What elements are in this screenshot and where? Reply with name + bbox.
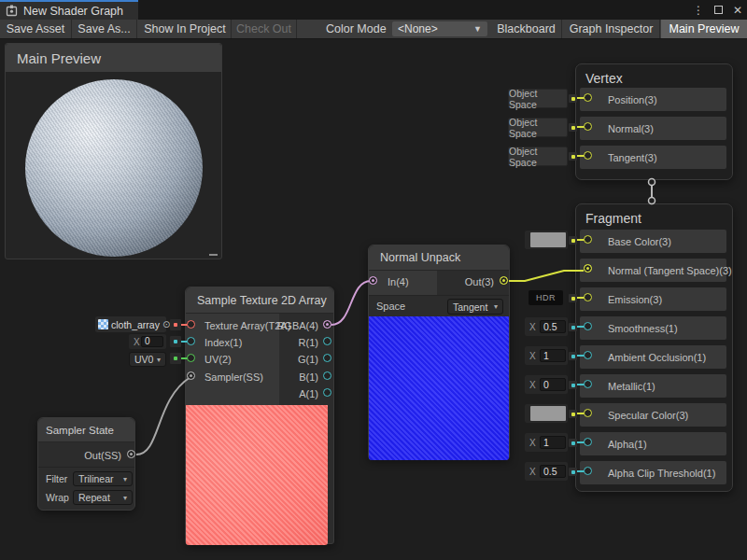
tab-title: New Shader Graph xyxy=(23,5,123,18)
output-label-out-ss: Out(SS) xyxy=(84,450,121,461)
specular-color-field[interactable] xyxy=(525,404,568,423)
specular-connector xyxy=(569,410,577,418)
base-color-connector xyxy=(569,236,577,245)
port-label: Tangent(3) xyxy=(608,152,657,163)
index-field[interactable]: X 0 xyxy=(129,334,166,349)
port-sampler-in[interactable] xyxy=(187,371,195,380)
port-normal-tangent-space[interactable] xyxy=(584,264,592,273)
shader-graph-icon xyxy=(6,5,18,17)
port-texture-array[interactable] xyxy=(187,320,195,329)
space-dropdown[interactable]: Tangent▾ xyxy=(447,299,503,315)
port-alpha[interactable] xyxy=(584,438,592,446)
port-a[interactable] xyxy=(323,388,331,397)
port-g[interactable] xyxy=(323,354,331,362)
fragment-row-normal: Normal (Tangent Space)(3) xyxy=(580,259,726,282)
output-label-r: R(1) xyxy=(299,337,318,348)
save-as-button[interactable]: Save As... xyxy=(72,20,137,38)
chevron-down-icon: ▼ xyxy=(473,24,482,34)
fragment-row-alpha-clip: Alpha Clip Threshold(1) xyxy=(580,461,726,484)
emission-connector xyxy=(569,294,577,302)
main-preview-panel[interactable]: Main Preview xyxy=(5,43,222,259)
port-ambient-occlusion[interactable] xyxy=(584,351,592,359)
uv-channel-dropdown[interactable]: UV0▾ xyxy=(129,352,166,367)
port-position[interactable] xyxy=(584,93,592,102)
emission-hdr-field[interactable]: HDR xyxy=(529,290,563,305)
resize-handle[interactable] xyxy=(209,254,218,256)
wrap-dropdown[interactable]: Repeat▾ xyxy=(73,490,133,505)
main-preview-header[interactable]: Main Preview xyxy=(6,44,221,72)
show-in-project-button[interactable]: Show In Project xyxy=(139,20,232,38)
port-rgba[interactable] xyxy=(323,320,331,329)
color-mode-dropdown[interactable]: <None> ▼ xyxy=(392,21,487,36)
ambient-occlusion-field[interactable]: X1 xyxy=(525,346,568,365)
port-uv[interactable] xyxy=(187,354,195,362)
port-smoothness[interactable] xyxy=(584,322,592,330)
fragment-row-metallic: Metallic(1) xyxy=(580,374,726,398)
sampler-state-title[interactable]: Sampler State xyxy=(38,418,134,442)
blackboard-toggle[interactable]: Blackboard xyxy=(491,20,562,38)
window-menu-icon[interactable]: ⋮ xyxy=(693,4,704,17)
port-tangent[interactable] xyxy=(584,151,592,160)
smoothness-connector xyxy=(569,323,577,331)
main-preview-toggle[interactable]: Main Preview xyxy=(661,20,747,38)
input-label-sampler: Sampler(SS) xyxy=(204,371,263,383)
graph-inspector-toggle[interactable]: Graph Inspector xyxy=(563,20,660,38)
base-color-field[interactable] xyxy=(525,231,568,249)
port-r[interactable] xyxy=(323,337,331,345)
metallic-connector xyxy=(569,381,577,389)
smoothness-field[interactable]: X0.5 xyxy=(525,317,568,336)
vertex-node[interactable]: Vertex Position(3) Normal(3) Tangent(3) xyxy=(575,63,733,180)
tab-shader-graph[interactable]: New Shader Graph xyxy=(0,0,138,20)
alpha-field[interactable]: X1 xyxy=(525,433,568,452)
fragment-node[interactable]: Fragment Base Color(3) Normal (Tangent S… xyxy=(575,203,733,492)
specular-color-swatch[interactable] xyxy=(530,406,566,421)
port-specular-color[interactable] xyxy=(584,409,592,417)
maximize-icon[interactable] xyxy=(714,6,723,14)
sample-texture-2d-array-node[interactable]: Sample Texture 2D Array Texture Array(T2… xyxy=(185,287,334,544)
normal-space-badge: Object Space xyxy=(508,118,568,137)
port-metallic[interactable] xyxy=(584,380,592,388)
ao-connector xyxy=(569,352,577,360)
output-label-b: B(1) xyxy=(299,371,318,383)
space-label: Space xyxy=(376,301,405,312)
port-unpack-in[interactable] xyxy=(369,276,377,285)
sampler-state-node[interactable]: Sampler State Out(SS) Filter Trilinear▾ … xyxy=(37,417,135,511)
port-alpha-clip-threshold[interactable] xyxy=(584,467,592,475)
port-base-color[interactable] xyxy=(584,235,592,244)
filter-label: Filter xyxy=(46,473,67,484)
port-sampler-state-out[interactable] xyxy=(127,450,135,458)
base-color-swatch[interactable] xyxy=(530,232,566,247)
metallic-field[interactable]: X0 xyxy=(525,375,568,394)
texture-array-connector xyxy=(170,319,181,330)
vertex-node-title: Vertex xyxy=(585,71,623,86)
alpha-clip-field[interactable]: X0.5 xyxy=(525,462,568,481)
color-mode-label: Color Mode xyxy=(326,20,387,38)
tangent-connector xyxy=(569,152,577,161)
output-label-a: A(1) xyxy=(299,388,318,399)
output-label-g: G(1) xyxy=(298,354,318,365)
normal-unpack-node[interactable]: Normal Unpack In(4) Out(3) Space Tangent… xyxy=(368,245,510,459)
normal-connector xyxy=(569,123,577,132)
port-unpack-out[interactable] xyxy=(500,276,508,285)
fragment-row-specular: Specular Color(3) xyxy=(580,403,726,427)
preview-sphere[interactable] xyxy=(25,79,203,257)
normal-unpack-title[interactable]: Normal Unpack xyxy=(369,245,509,271)
vertex-row-tangent: Tangent(3) xyxy=(580,146,726,169)
cloth-array-object-field[interactable]: cloth_array ⊙ xyxy=(95,316,166,332)
index-connector xyxy=(170,336,181,347)
save-asset-button[interactable]: Save Asset xyxy=(0,20,72,38)
close-icon[interactable]: ✕ xyxy=(733,4,742,17)
filter-dropdown[interactable]: Trilinear▾ xyxy=(73,471,133,486)
tangent-space-badge: Object Space xyxy=(508,147,568,166)
fragment-row-emission: Emission(3) xyxy=(580,287,726,311)
sample-node-title[interactable]: Sample Texture 2D Array xyxy=(186,287,333,314)
port-emission[interactable] xyxy=(584,293,592,301)
port-b[interactable] xyxy=(323,371,331,380)
fragment-node-title: Fragment xyxy=(585,211,641,226)
port-normal[interactable] xyxy=(584,122,592,131)
output-label-rgba: RGBA(4) xyxy=(276,320,318,331)
port-label: Position(3) xyxy=(608,94,657,105)
wrap-label: Wrap xyxy=(46,492,69,503)
port-index[interactable] xyxy=(187,337,195,345)
input-label-uv: UV(2) xyxy=(204,354,232,365)
